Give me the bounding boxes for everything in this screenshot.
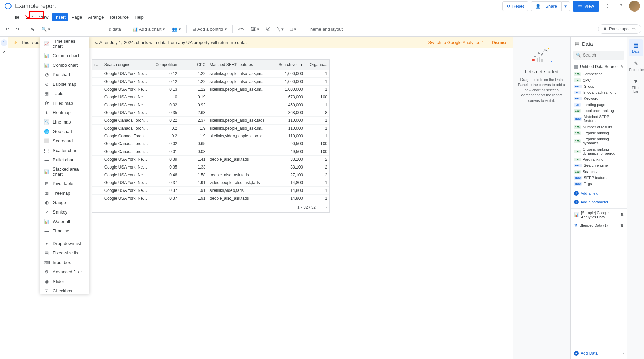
table-row[interactable]: Google USA York, New York, ...0.351.3333… <box>92 163 329 171</box>
insert-heatmap[interactable]: 🌡Heatmap <box>40 108 89 117</box>
table-row[interactable]: Google Canada Toronto, Ont...0.020.6590,… <box>92 140 329 148</box>
field-organic-ranking-dynamics[interactable]: 123Organic ranking dynamics <box>571 136 627 146</box>
col-header[interactable]: CPC <box>179 60 207 70</box>
insert-treemap[interactable]: ▦Treemap <box>40 188 89 198</box>
insert-drop-down-list[interactable]: ▾Drop-down list <box>40 239 89 248</box>
insert-gauge[interactable]: ◐Gauge <box>40 198 89 207</box>
table-row[interactable]: Google USA York, New York, ...0.131.22si… <box>92 86 329 93</box>
field-number-of-results[interactable]: 123Number of results <box>571 124 627 130</box>
field-search-vol.[interactable]: 123Search vol. <box>571 169 627 175</box>
insert-scatter-chart[interactable]: ⋮⋮Scatter chart <box>40 145 89 155</box>
zoom-tool[interactable]: 🔍 ▾ <box>39 25 53 34</box>
field-competition[interactable]: 123Competition <box>571 71 627 77</box>
data-source-untitled[interactable]: Untitled Data Source ✎ <box>571 62 627 71</box>
insert-pivot-table[interactable]: ⊞Pivot table <box>40 179 89 188</box>
embed-button[interactable]: </> <box>236 25 247 34</box>
col-header[interactable]: Matched SERP features <box>207 60 272 70</box>
table-row[interactable]: Google Canada Toronto, Ont...0.010.0849,… <box>92 148 329 156</box>
field-keyword[interactable]: RBCKeyword <box>571 95 627 102</box>
data-source-blended[interactable]: ⚗ Blended Data (1) ⇅ <box>571 221 627 230</box>
shape-button[interactable]: □ ▾ <box>288 25 299 34</box>
table-row[interactable]: Google USA York, New York, ...0.020.9245… <box>92 101 329 109</box>
collapse-pages[interactable]: › <box>3 349 5 354</box>
field-landing-page[interactable]: urlLanding page <box>571 102 627 108</box>
menu-file[interactable]: File <box>9 13 22 21</box>
insert-sankey[interactable]: ↗Sankey <box>40 207 89 217</box>
field-paid-ranking[interactable]: 123Paid ranking <box>571 156 627 162</box>
col-header[interactable]: Search engine <box>102 60 151 70</box>
col-header[interactable]: ra... <box>92 60 102 70</box>
table-row[interactable]: Google USA York, New York, ...0.371.91vi… <box>92 179 329 187</box>
insert-pie-chart[interactable]: ◔Pie chart <box>40 70 89 79</box>
menu-arrange[interactable]: Arrange <box>85 13 106 21</box>
insert-timeline[interactable]: ▬Timeline <box>40 226 89 235</box>
field-organic-ranking-dynamics-for-period[interactable]: 123Organic ranking dynamics for period <box>571 146 627 156</box>
tab-data[interactable]: ▤Data <box>629 39 643 56</box>
add-field-link[interactable]: +Add a field <box>571 189 627 198</box>
add-control-button[interactable]: ⊞ Add a control ▾ <box>190 25 230 34</box>
field-is-local-pack-ranking[interactable]: t/fIs local pack ranking <box>571 89 627 95</box>
menu-resource[interactable]: Resource <box>107 13 131 21</box>
table-row[interactable]: Google USA York, New York, ...0.461.58pe… <box>92 171 329 179</box>
prev-page[interactable]: ‹ <box>320 205 321 210</box>
insert-combo-chart[interactable]: 📊Combo chart <box>40 60 89 70</box>
menu-help[interactable]: Help <box>132 13 147 21</box>
table-row[interactable]: Google USA York, New York, ...0.121.22si… <box>92 70 329 78</box>
insert-input-box[interactable]: ⌨Input box <box>40 257 89 267</box>
field-search[interactable]: 🔍 <box>573 51 624 60</box>
undo-button[interactable]: ↶ <box>3 25 12 34</box>
add-data-button[interactable]: d data <box>106 25 124 34</box>
tab-properties[interactable]: ✎Properties <box>629 58 643 74</box>
image-button[interactable]: 🖼 ▾ <box>248 25 262 34</box>
menu-view[interactable]: View <box>36 13 51 21</box>
switch-ga4-link[interactable]: Switch to Google Analytics 4 <box>428 40 484 45</box>
text-button[interactable]: Ⓐ <box>263 24 273 34</box>
table-row[interactable]: Google USA York, New York, ...0.391.41pe… <box>92 156 329 163</box>
insert-checkbox[interactable]: ☑Checkbox <box>40 286 89 294</box>
col-header[interactable]: Competition <box>151 60 179 70</box>
reset-button[interactable]: ↻Reset <box>502 1 528 11</box>
table-row[interactable]: Google USA York, New York, ...00.19673,0… <box>92 93 329 101</box>
field-serp-features[interactable]: RBCSERP features <box>571 175 627 181</box>
help-button[interactable]: ? <box>616 1 626 12</box>
insert-bullet-chart[interactable]: ▬Bullet chart <box>40 155 89 164</box>
table-row[interactable]: Google Canada Toronto, Ont...0.222.37sit… <box>92 117 329 125</box>
field-matched-serp-features[interactable]: RBCMatched SERP features <box>571 114 627 124</box>
add-parameter-link[interactable]: +Add a parameter <box>571 198 627 206</box>
data-source-ga[interactable]: 📊 [Sample] Google Analytics Data ⇅ <box>571 208 627 221</box>
user-avatar[interactable] <box>629 1 640 12</box>
share-dropdown[interactable]: ▾ <box>561 1 570 11</box>
col-header[interactable]: Search vol. ▼ <box>272 60 305 70</box>
line-button[interactable]: ╲ ▾ <box>274 25 286 34</box>
field-cpc[interactable]: 123CPC <box>571 77 627 83</box>
add-chart-button[interactable]: 📊 Add a chart ▾ <box>130 25 168 34</box>
insert-slider[interactable]: ◉Slider <box>40 276 89 286</box>
more-menu[interactable]: ⋮ <box>602 1 613 12</box>
tab-filter-bar[interactable]: ▼Filter bar <box>629 76 643 96</box>
col-header[interactable]: Organic... <box>305 60 329 70</box>
search-input[interactable] <box>583 53 634 58</box>
theme-layout-button[interactable]: Theme and layout <box>305 25 346 34</box>
insert-advanced-filter[interactable]: ⚙Advanced filter <box>40 267 89 276</box>
menu-insert[interactable]: Insert <box>52 13 68 21</box>
insert-fixed-size-list[interactable]: ▤Fixed-size list <box>40 248 89 257</box>
dismiss-banner[interactable]: Dismiss <box>492 40 508 45</box>
insert-scorecard[interactable]: ⬜Scorecard <box>40 136 89 145</box>
insert-stacked-area-chart[interactable]: 📊Stacked area chart <box>40 164 89 179</box>
pause-updates-button[interactable]: ⏸ Pause updates <box>598 24 641 34</box>
page-2[interactable]: 2 <box>1 49 7 55</box>
document-title[interactable]: Example report <box>15 3 56 10</box>
field-local-pack-ranking[interactable]: 123Local pack ranking <box>571 108 627 114</box>
insert-table[interactable]: ▦Table <box>40 89 89 98</box>
insert-line-map[interactable]: 📉Line map <box>40 117 89 127</box>
table-row[interactable]: Google USA York, New York, ...0.121.22si… <box>92 78 329 86</box>
field-tags[interactable]: RBCTags <box>571 181 627 187</box>
field-group[interactable]: RBCGroup <box>571 83 627 89</box>
insert-time-series-chart[interactable]: 📈Time series chart <box>40 37 89 51</box>
table-row[interactable]: Google USA York, New York, ...0.371.91pe… <box>92 195 329 202</box>
table-row[interactable]: Google USA York, New York, ...0.352.6336… <box>92 109 329 117</box>
edit-source-icon[interactable]: ✎ <box>620 64 624 69</box>
insert-bubble-map[interactable]: ⊙Bubble map <box>40 79 89 89</box>
redo-button[interactable]: ↷ <box>13 25 22 34</box>
menu-page[interactable]: Page <box>69 13 85 21</box>
